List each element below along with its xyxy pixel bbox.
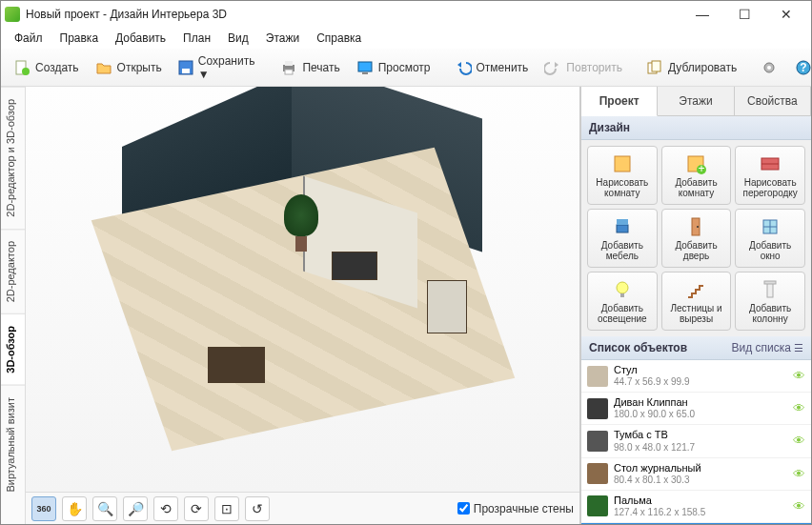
door-icon — [684, 215, 707, 238]
object-row[interactable]: Диван Клиппан180.0 x 90.0 x 65.0👁 — [581, 393, 811, 425]
object-row[interactable]: Стул44.7 x 56.9 x 99.9👁 — [581, 360, 811, 393]
visibility-icon[interactable]: 👁 — [793, 467, 805, 481]
svg-rect-31 — [764, 281, 776, 284]
menu-Этажи[interactable]: Этажи — [258, 30, 307, 47]
open-button[interactable]: Открыть — [89, 55, 168, 80]
menu-Вид[interactable]: Вид — [220, 30, 256, 47]
zoom-in-button[interactable]: 🔍 — [92, 496, 117, 521]
svg-rect-7 — [358, 62, 372, 71]
svg-rect-21 — [617, 225, 628, 232]
object-row[interactable]: Светильник Версаче50.7 x 50.7 x 167.5👁 — [581, 523, 811, 524]
orbit-360-button[interactable]: 360 — [31, 496, 56, 521]
settings-button[interactable] — [754, 55, 784, 80]
object-name: Стул — [614, 364, 787, 376]
toolbar: Создать Открыть Сохранить ▼ Печать Просм… — [1, 49, 811, 87]
design-stairs[interactable]: Лестницы и вырезы — [661, 272, 732, 331]
minimize-button[interactable]: — — [681, 1, 723, 28]
design-chair[interactable]: Добавить мебель — [587, 209, 658, 268]
svg-rect-22 — [617, 219, 628, 225]
canvas-3d[interactable] — [26, 87, 579, 492]
menu-Правка[interactable]: Правка — [52, 30, 107, 47]
visibility-icon[interactable]: 👁 — [793, 434, 805, 448]
object-icon — [587, 495, 608, 516]
design-wall[interactable]: Нарисовать перегородку — [735, 146, 805, 205]
maximize-button[interactable]: ☐ — [723, 1, 765, 28]
preview-button[interactable]: Просмотр — [350, 55, 436, 80]
svg-text:?: ? — [801, 61, 807, 74]
tab-properties[interactable]: Свойства — [735, 87, 811, 115]
menu-Добавить[interactable]: Добавить — [108, 30, 173, 47]
redo-button[interactable]: Повторить — [538, 55, 628, 80]
lefttab-virtual[interactable]: Виртуальный визит — [1, 385, 25, 504]
help-button[interactable]: ? — [788, 55, 812, 80]
close-button[interactable]: ✕ — [765, 1, 807, 28]
print-button[interactable]: Печать — [274, 55, 345, 80]
monitor-icon — [355, 58, 375, 77]
svg-point-24 — [697, 226, 699, 228]
duplicate-icon — [645, 58, 664, 77]
visibility-icon[interactable]: 👁 — [793, 369, 805, 383]
save-icon — [177, 58, 194, 77]
menu-Справка[interactable]: Справка — [309, 30, 369, 47]
printer-icon — [279, 58, 298, 77]
undo-icon — [454, 58, 473, 77]
design-window[interactable]: Добавить окно — [735, 209, 805, 268]
wall-icon — [759, 152, 782, 175]
folder-open-icon — [94, 58, 113, 77]
object-dims: 127.4 x 116.2 x 158.5 — [614, 507, 787, 518]
object-name: Стол журнальный — [614, 462, 787, 475]
menu-Файл[interactable]: Файл — [7, 30, 51, 47]
objects-header: Список объектов Вид списка ☰ — [581, 336, 811, 360]
object-row[interactable]: Тумба с ТВ98.0 x 48.0 x 121.7👁 — [581, 425, 811, 457]
right-panel: Проект Этажи Свойства Дизайн Нарисовать … — [580, 87, 811, 524]
object-icon — [587, 463, 608, 484]
menu-План[interactable]: План — [175, 30, 218, 47]
lefttab-2d[interactable]: 2D-редактор — [1, 229, 25, 313]
list-view-mode[interactable]: Вид списка ☰ — [732, 341, 803, 354]
fit-button[interactable]: ⊡ — [214, 496, 239, 521]
app-icon — [5, 7, 20, 22]
zoom-out-button[interactable]: 🔎 — [123, 496, 148, 521]
lefttab-3d[interactable]: 3D-обзор — [1, 313, 25, 385]
design-header: Дизайн — [581, 116, 811, 140]
pan-button[interactable]: ✋ — [62, 496, 87, 521]
design-door[interactable]: Добавить дверь — [661, 209, 732, 268]
object-name: Пальма — [614, 495, 787, 507]
visibility-icon[interactable]: 👁 — [793, 499, 805, 514]
stairs-icon — [684, 278, 707, 301]
object-row[interactable]: Пальма127.4 x 116.2 x 158.5👁 — [581, 491, 811, 523]
undo-button[interactable]: Отменить — [448, 55, 535, 80]
create-button[interactable]: Создать — [7, 55, 85, 80]
svg-point-28 — [617, 282, 628, 293]
object-icon — [587, 366, 608, 387]
viewport-3d[interactable]: 360 ✋ 🔍 🔎 ⟲ ⟳ ⊡ ↺ Прозрачные стены — [26, 87, 580, 524]
lefttab-2d3d[interactable]: 2D-редактор и 3D-обзор — [1, 87, 25, 229]
object-row[interactable]: Стол журнальный80.4 x 80.1 x 30.3👁 — [581, 458, 811, 491]
svg-rect-10 — [652, 61, 660, 71]
rotate-x-button[interactable]: ⟲ — [153, 496, 178, 521]
design-room[interactable]: Нарисовать комнату — [587, 146, 658, 205]
transparent-walls-checkbox[interactable]: Прозрачные стены — [457, 502, 574, 515]
duplicate-button[interactable]: Дублировать — [639, 55, 742, 80]
gear-icon — [760, 58, 779, 77]
svg-point-1 — [22, 68, 30, 75]
design-column[interactable]: Добавить колонну — [735, 272, 805, 331]
object-dims: 98.0 x 48.0 x 121.7 — [614, 442, 787, 454]
save-button[interactable]: Сохранить ▼ — [172, 51, 263, 84]
design-grid: Нарисовать комнату+Добавить комнатуНарис… — [581, 140, 811, 336]
design-addroom[interactable]: +Добавить комнату — [661, 146, 732, 205]
rotate-y-button[interactable]: ⟳ — [184, 496, 209, 521]
window-icon — [759, 215, 782, 238]
svg-rect-8 — [362, 72, 368, 74]
light-icon — [611, 278, 634, 301]
tab-floors[interactable]: Этажи — [658, 87, 734, 115]
tab-project[interactable]: Проект — [581, 87, 658, 116]
svg-rect-3 — [182, 69, 190, 73]
svg-rect-5 — [285, 61, 293, 66]
help-icon: ? — [794, 58, 812, 77]
object-dims: 44.7 x 56.9 x 99.9 — [614, 376, 787, 388]
reset-view-button[interactable]: ↺ — [245, 496, 270, 521]
visibility-icon[interactable]: 👁 — [793, 401, 805, 415]
viewport-toolbar: 360 ✋ 🔍 🔎 ⟲ ⟳ ⊡ ↺ Прозрачные стены — [26, 492, 579, 524]
design-light[interactable]: Добавить освещение — [587, 272, 658, 331]
